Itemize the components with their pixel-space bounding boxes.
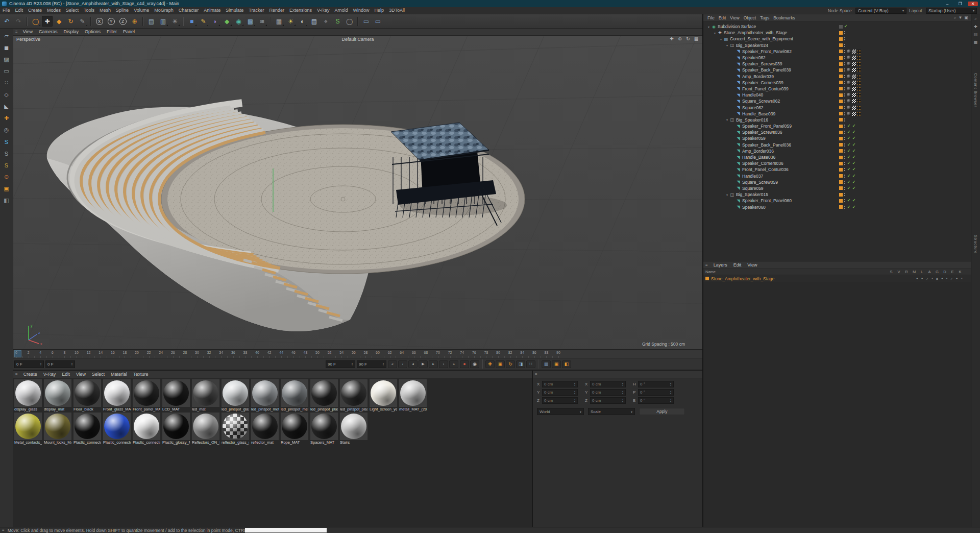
checker-tag-icon[interactable] [852,87,856,91]
add-mograph-icon[interactable]: ◆ [222,16,232,27]
redo-icon[interactable]: ↷ [13,16,24,27]
dots-tag-icon[interactable] [844,167,846,172]
check-tag-icon[interactable]: ✓ [844,25,848,29]
checker-tag-icon[interactable] [852,112,856,116]
coord-field[interactable]: 0 cm▲▼ [590,389,626,396]
edge-icon-3[interactable]: ▦ [974,40,978,44]
move-tool-icon[interactable]: ✚ [42,16,53,27]
material-item[interactable]: led_pinspot_plasti [310,379,338,412]
tree-item-amp-border039[interactable]: ◥Amp_Border039 [703,74,971,80]
spin-down-icon[interactable]: ▼ [670,401,672,403]
check-tag-icon[interactable]: ✓ [847,130,851,134]
check-tag-icon[interactable]: ✓ [847,205,851,209]
tree-item-speaker-screws039[interactable]: ◥Speaker_Screws039 [703,61,971,67]
layer-tag-icon[interactable] [839,174,843,178]
edge-icon-1[interactable]: ✚ [974,25,977,29]
layer-toggle-icon-3[interactable]: ▪ [932,277,933,280]
viewport-menu-view[interactable]: View [20,29,36,35]
dots-tag-icon[interactable] [844,50,846,54]
tree-item-front-panel-contur039[interactable]: ◥Front_Panel_Contur039 [703,86,971,92]
menu-mesh[interactable]: Mesh [97,7,113,14]
ball-tag-icon[interactable] [847,93,851,97]
dots-tag-icon[interactable] [844,106,846,110]
om-menu-view[interactable]: View [728,15,741,21]
dotgrid-tag-icon[interactable] [857,112,861,116]
menu-file[interactable]: File [0,7,13,14]
material-item[interactable]: Stairs [340,413,368,445]
scale-tool-icon[interactable]: ◆ [54,16,64,27]
check-tag-icon[interactable]: ✓ [852,167,856,172]
record-rotation-icon[interactable]: ↻ [506,360,515,368]
dots-tag-icon[interactable] [844,155,846,159]
frame-scrub-field[interactable]: 0 F▲▼ [45,360,75,368]
texture-axis-icon[interactable]: ▣ [2,184,12,193]
last-tool-icon[interactable]: ✎ [77,16,88,27]
viewport[interactable]: Perspective Default Camera ✚⊕↻▦ Grid Spa… [13,36,702,349]
layer-tag-icon[interactable] [839,43,843,47]
workplane-snap-icon[interactable]: S [2,160,12,170]
add-volume-icon[interactable]: ▩ [245,16,256,27]
materials-tab-v-ray[interactable]: V-Ray [40,371,59,378]
dots-tag-icon[interactable] [844,31,846,35]
tree-item-stone-amphitheater-with-stage[interactable]: ▾✚Stone_Amphitheater_with_Stage [703,30,971,36]
tree-item-big-speaker016[interactable]: ▾◫Big_Speaker016 [703,117,971,123]
dots-tag-icon[interactable] [844,75,846,79]
tree-item-handle-base036[interactable]: ◥Handle_Base036✓✓ [703,154,971,160]
material-item[interactable]: metall_MAT_(20) [399,379,427,412]
material-item[interactable]: led_pinspot_meta [251,379,279,412]
check-tag-icon[interactable]: ✓ [852,161,856,165]
tree-item-speaker062[interactable]: ◥Speaker062 [703,55,971,61]
coord-field[interactable]: 0 cm▲▼ [590,381,626,387]
toggle-views-icon[interactable]: ▦ [693,36,699,41]
spin-down-icon[interactable]: ▼ [574,384,576,386]
menu-window[interactable]: Window [351,7,372,14]
dots-tag-icon[interactable] [844,161,846,165]
spin-down-icon[interactable]: ▼ [622,393,624,395]
menu-mograph[interactable]: MoGraph [152,7,176,14]
prev-key-button[interactable]: ‹ [398,360,407,368]
dotgrid-tag-icon[interactable] [857,106,861,110]
layer-toggle-icon-1[interactable]: ● [921,277,923,280]
check-tag-icon[interactable]: ✓ [847,143,851,147]
spin-down-icon[interactable]: ▼ [670,393,672,395]
color-picker-icon[interactable]: ⌖ [321,16,331,27]
layers-tab-layers[interactable]: Layers [710,261,730,269]
coord-field[interactable]: 0 cm▲▼ [542,397,578,404]
material-item[interactable]: Metal_contacts_cc [14,413,42,445]
materials-tab-texture[interactable]: Texture [130,371,152,378]
dots-tag-icon[interactable] [844,118,846,122]
panel-menu-icon[interactable]: ≡ [15,30,18,34]
edge-tab-content-browser[interactable]: Content Browser [973,73,978,107]
tree-item-speaker059[interactable]: ◥Speaker059✓✓ [703,135,971,141]
lock-x-axis-icon[interactable]: X [94,16,105,27]
record-pla-icon[interactable]: ∷ [526,360,535,368]
layer-row[interactable]: Stone_Amphitheater_with_Stage●●✓▪◆●▪✓●× [703,275,971,282]
menu-arnold[interactable]: Arnold [332,7,351,14]
tree-item-handle040[interactable]: ◥Handle040 [703,92,971,98]
range-end-field[interactable]: 90 F▲▼ [357,360,386,368]
checker-tag-icon[interactable] [852,81,856,85]
dots-tag-icon[interactable] [844,112,846,116]
panel-menu-icon[interactable]: ≡ [705,263,708,268]
keyframe-selection-icon[interactable]: ▦ [542,360,551,368]
material-item[interactable]: Front_panel_MAT [133,379,160,412]
check-tag-icon[interactable]: ✓ [852,205,856,209]
edge-icon-0[interactable]: ⌕ [974,16,976,21]
box-tag-icon[interactable] [839,25,843,29]
tree-item-front-panel-contur036[interactable]: ◥Front_Panel_Contur036✓✓ [703,166,971,173]
layer-tag-icon[interactable] [839,50,843,53]
material-item[interactable]: Front_glass_MAT [103,379,131,412]
viewport-menu-cameras[interactable]: Cameras [36,29,61,35]
modeling-axis-icon[interactable]: ⊙ [2,172,12,182]
play-button[interactable]: ▶ [419,360,428,368]
check-tag-icon[interactable]: ✓ [847,136,851,140]
layer-tag-icon[interactable] [839,62,843,66]
tree-item-big-speaker024[interactable]: ▾◫Big_Speaker024 [703,42,971,49]
orbit-view-icon[interactable]: ↻ [685,36,691,41]
ball-tag-icon[interactable] [847,50,851,54]
material-item[interactable]: Plastic_connector [103,413,131,445]
statusbar-menu-icon[interactable]: ≡ [2,528,5,532]
om-menu-edit[interactable]: Edit [717,15,728,21]
om-menu-file[interactable]: File [705,15,717,21]
autokeying-icon[interactable]: ◉ [470,360,479,368]
